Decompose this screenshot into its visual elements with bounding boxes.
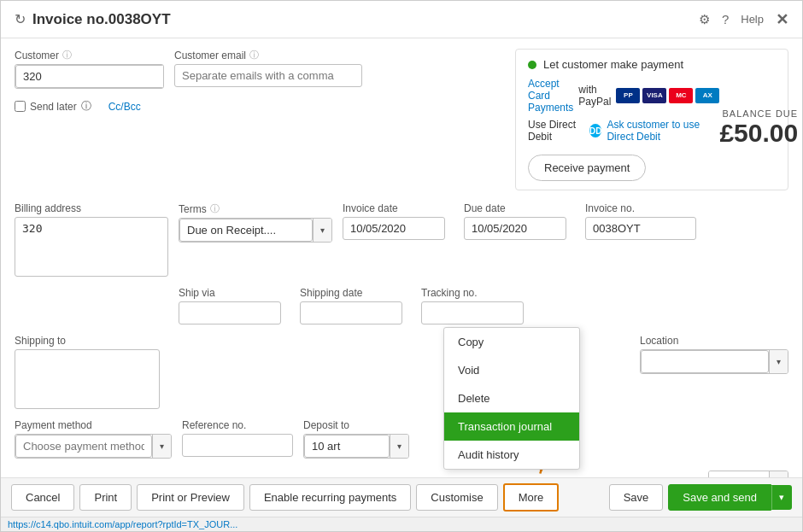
invoice-modal: ↻ Invoice no.0038OYT ⚙ ? Help ✕ Customer… xyxy=(0,0,803,532)
direct-debit-badge: DD xyxy=(589,124,601,137)
payment-method-arrow[interactable]: ▾ xyxy=(152,435,171,458)
modal-header: ↻ Invoice no.0038OYT ⚙ ? Help ✕ xyxy=(1,1,802,38)
print-preview-button[interactable]: Print or Preview xyxy=(137,484,244,511)
payment-deposit-row: Payment method ▾ Reference no. Deposit t… xyxy=(15,419,788,459)
modal-body: Customer ⓘ ▾ Customer email ⓘ xyxy=(1,38,802,477)
location-group: Location ▾ xyxy=(640,335,788,374)
balance-due-label: BALANCE DUE xyxy=(719,108,798,119)
location-select-wrapper: ▾ xyxy=(640,349,788,374)
direct-debit-row: Use Direct Debit DD Ask customer to use … xyxy=(528,119,719,143)
balance-due-section: BALANCE DUE £50.00 xyxy=(719,108,798,148)
form-left: Customer ⓘ ▾ Customer email ⓘ xyxy=(15,49,501,190)
amounts-input[interactable] xyxy=(709,471,769,477)
save-and-send-group: Save and send ▾ xyxy=(668,484,792,511)
invoice-date-input[interactable] xyxy=(343,217,445,240)
help-label[interactable]: Help xyxy=(741,13,764,26)
more-button[interactable]: More xyxy=(503,483,560,512)
cc-bcc-link[interactable]: Cc/Bcc xyxy=(108,101,141,113)
context-menu-item-void[interactable]: Void xyxy=(444,356,579,384)
customer-row: Customer ⓘ ▾ Customer email ⓘ xyxy=(15,49,501,89)
customise-button[interactable]: Customise xyxy=(416,484,497,511)
billing-address-input[interactable]: 320 xyxy=(15,217,168,277)
payment-icons: PP VISA MC AX xyxy=(616,88,719,103)
cancel-button[interactable]: Cancel xyxy=(11,484,74,511)
deposit-to-group: Deposit to ▾ xyxy=(303,419,409,459)
url-bar: https://c14.qbo.intuit.com/app/report?rp… xyxy=(1,517,802,531)
location-dropdown-arrow[interactable]: ▾ xyxy=(769,350,788,373)
print-button[interactable]: Print xyxy=(79,484,132,511)
send-later-info-icon[interactable]: ⓘ xyxy=(81,99,91,114)
recurring-button[interactable]: Enable recurring payments xyxy=(249,484,411,511)
billing-address-label: Billing address xyxy=(15,202,168,214)
refresh-icon[interactable]: ↻ xyxy=(15,11,26,27)
accept-card-link[interactable]: Accept Card Payments xyxy=(528,78,573,114)
location-input[interactable] xyxy=(641,350,769,373)
invoice-date-group: Invoice date xyxy=(343,202,454,277)
due-date-input[interactable] xyxy=(464,217,566,240)
shipping-to-group: Shipping to xyxy=(15,335,168,409)
reference-no-group: Reference no. xyxy=(182,419,293,457)
shipping-bottom-row: Shipping to Location ▾ xyxy=(15,335,788,409)
terms-group: Terms ⓘ ▾ xyxy=(179,202,332,277)
customer-info-icon[interactable]: ⓘ xyxy=(62,49,72,61)
context-menu-item-copy[interactable]: Copy xyxy=(444,328,579,356)
customer-input[interactable] xyxy=(15,65,164,88)
context-menu-item-delete[interactable]: Delete xyxy=(444,384,579,412)
customer-email-label: Customer email ⓘ xyxy=(174,49,362,61)
modal-title: Invoice no.0038OYT xyxy=(32,11,699,28)
due-date-group: Due date xyxy=(464,202,575,277)
shipping-date-input[interactable] xyxy=(300,301,402,324)
mastercard-icon: MC xyxy=(669,88,693,103)
visa-icon: VISA xyxy=(642,88,666,103)
terms-label: Terms ⓘ xyxy=(179,202,332,215)
shipping-top-row: Ship via Shipping date Tracking no. xyxy=(15,287,788,324)
payment-method-group: Payment method ▾ xyxy=(15,419,172,459)
context-menu-item-transaction-journal[interactable]: Transaction journal xyxy=(444,412,579,441)
send-later-row: Send later ⓘ Cc/Bcc xyxy=(15,99,501,114)
use-direct-debit-text: Use Direct Debit xyxy=(528,119,584,143)
context-menu-item-audit-history[interactable]: Audit history xyxy=(444,441,579,469)
tracking-no-input[interactable] xyxy=(421,301,524,324)
deposit-to-arrow[interactable]: ▾ xyxy=(390,435,408,458)
terms-info-icon[interactable]: ⓘ xyxy=(210,202,220,215)
help-icon[interactable]: ? xyxy=(722,12,729,26)
top-section: Customer ⓘ ▾ Customer email ⓘ xyxy=(15,49,788,190)
close-button[interactable]: ✕ xyxy=(776,10,788,29)
url-text: https://c14.qbo.intuit.com/app/report?rp… xyxy=(8,519,237,529)
send-later-checkbox[interactable] xyxy=(15,101,26,112)
customer-email-group: Customer email ⓘ xyxy=(174,49,362,87)
save-button[interactable]: Save xyxy=(609,484,664,511)
terms-select-wrapper: ▾ xyxy=(179,218,332,243)
payment-method-input[interactable] xyxy=(15,435,152,458)
ship-via-group: Ship via xyxy=(179,287,290,324)
shipping-date-label: Shipping date xyxy=(300,287,411,299)
tracking-no-group: Tracking no. xyxy=(421,287,788,324)
customer-email-input[interactable] xyxy=(174,64,362,87)
email-info-icon[interactable]: ⓘ xyxy=(249,49,259,61)
settings-icon[interactable]: ⚙ xyxy=(699,12,710,27)
payment-method-wrapper: ▾ xyxy=(15,434,172,459)
receive-payment-button[interactable]: Receive payment xyxy=(528,155,646,181)
ship-via-label: Ship via xyxy=(179,287,290,299)
invoice-no-label: Invoice no. xyxy=(585,202,788,214)
shipping-to-input[interactable] xyxy=(15,349,160,409)
customer-select-wrapper: ▾ xyxy=(15,64,164,89)
save-and-send-arrow[interactable]: ▾ xyxy=(771,485,792,510)
deposit-to-input[interactable] xyxy=(304,435,390,458)
invoice-no-group: Invoice no. xyxy=(585,202,788,277)
green-dot xyxy=(528,61,536,69)
invoice-no-input[interactable] xyxy=(585,217,696,240)
context-menu: Copy Void Delete Transaction journal Aud… xyxy=(443,327,580,470)
send-later-label: Send later ⓘ xyxy=(15,99,91,114)
tracking-no-label: Tracking no. xyxy=(421,287,788,299)
save-and-send-button[interactable]: Save and send xyxy=(668,484,771,511)
terms-dropdown-arrow[interactable]: ▾ xyxy=(313,219,331,242)
reference-no-input[interactable] xyxy=(182,434,293,457)
deposit-to-wrapper: ▾ xyxy=(303,434,409,459)
ask-direct-debit-link[interactable]: Ask customer to use Direct Debit xyxy=(607,119,719,143)
ship-via-input[interactable] xyxy=(179,301,281,324)
amex-icon: AX xyxy=(695,88,719,103)
reference-no-label: Reference no. xyxy=(182,419,293,431)
terms-input[interactable] xyxy=(179,219,313,242)
amounts-arrow[interactable]: ▾ xyxy=(769,471,788,477)
